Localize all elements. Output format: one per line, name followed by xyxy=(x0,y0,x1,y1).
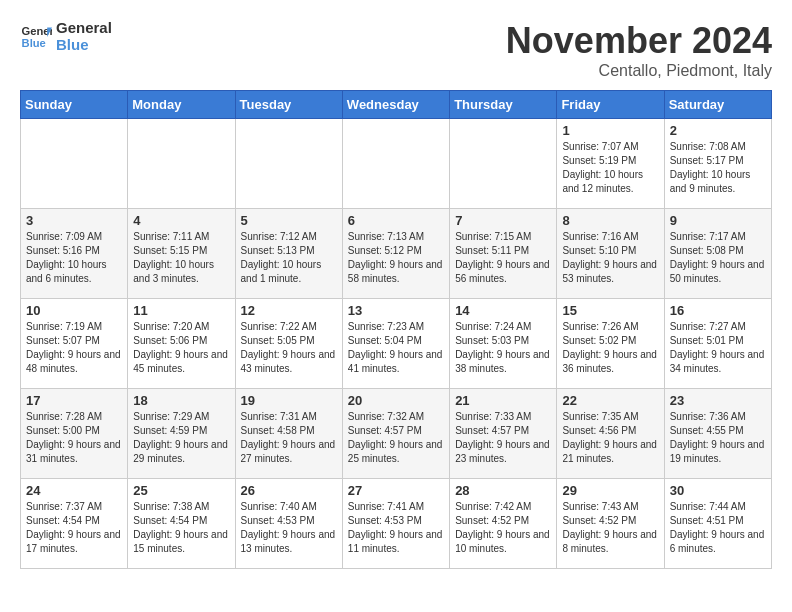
day-info: Sunrise: 7:33 AMSunset: 4:57 PMDaylight:… xyxy=(455,410,551,466)
table-row: 27Sunrise: 7:41 AMSunset: 4:53 PMDayligh… xyxy=(342,479,449,569)
table-row: 12Sunrise: 7:22 AMSunset: 5:05 PMDayligh… xyxy=(235,299,342,389)
location-subtitle: Centallo, Piedmont, Italy xyxy=(506,62,772,80)
table-row: 11Sunrise: 7:20 AMSunset: 5:06 PMDayligh… xyxy=(128,299,235,389)
day-number: 7 xyxy=(455,213,551,228)
header-sunday: Sunday xyxy=(21,91,128,119)
table-row: 10Sunrise: 7:19 AMSunset: 5:07 PMDayligh… xyxy=(21,299,128,389)
day-number: 13 xyxy=(348,303,444,318)
day-number: 6 xyxy=(348,213,444,228)
table-row: 7Sunrise: 7:15 AMSunset: 5:11 PMDaylight… xyxy=(450,209,557,299)
table-row: 3Sunrise: 7:09 AMSunset: 5:16 PMDaylight… xyxy=(21,209,128,299)
day-number: 25 xyxy=(133,483,229,498)
day-info: Sunrise: 7:36 AMSunset: 4:55 PMDaylight:… xyxy=(670,410,766,466)
day-info: Sunrise: 7:15 AMSunset: 5:11 PMDaylight:… xyxy=(455,230,551,286)
day-info: Sunrise: 7:27 AMSunset: 5:01 PMDaylight:… xyxy=(670,320,766,376)
calendar-week-row: 1Sunrise: 7:07 AMSunset: 5:19 PMDaylight… xyxy=(21,119,772,209)
day-info: Sunrise: 7:11 AMSunset: 5:15 PMDaylight:… xyxy=(133,230,229,286)
table-row: 14Sunrise: 7:24 AMSunset: 5:03 PMDayligh… xyxy=(450,299,557,389)
day-info: Sunrise: 7:29 AMSunset: 4:59 PMDaylight:… xyxy=(133,410,229,466)
table-row: 24Sunrise: 7:37 AMSunset: 4:54 PMDayligh… xyxy=(21,479,128,569)
day-number: 1 xyxy=(562,123,658,138)
day-number: 8 xyxy=(562,213,658,228)
day-number: 21 xyxy=(455,393,551,408)
day-number: 3 xyxy=(26,213,122,228)
calendar-week-row: 3Sunrise: 7:09 AMSunset: 5:16 PMDaylight… xyxy=(21,209,772,299)
table-row xyxy=(21,119,128,209)
day-number: 16 xyxy=(670,303,766,318)
day-info: Sunrise: 7:32 AMSunset: 4:57 PMDaylight:… xyxy=(348,410,444,466)
table-row: 28Sunrise: 7:42 AMSunset: 4:52 PMDayligh… xyxy=(450,479,557,569)
header-tuesday: Tuesday xyxy=(235,91,342,119)
header-wednesday: Wednesday xyxy=(342,91,449,119)
table-row: 20Sunrise: 7:32 AMSunset: 4:57 PMDayligh… xyxy=(342,389,449,479)
table-row: 8Sunrise: 7:16 AMSunset: 5:10 PMDaylight… xyxy=(557,209,664,299)
calendar-header-row: Sunday Monday Tuesday Wednesday Thursday… xyxy=(21,91,772,119)
day-info: Sunrise: 7:38 AMSunset: 4:54 PMDaylight:… xyxy=(133,500,229,556)
svg-text:Blue: Blue xyxy=(22,36,46,48)
logo: General Blue General Blue xyxy=(20,20,112,53)
day-info: Sunrise: 7:28 AMSunset: 5:00 PMDaylight:… xyxy=(26,410,122,466)
month-title: November 2024 xyxy=(506,20,772,62)
day-number: 5 xyxy=(241,213,337,228)
day-info: Sunrise: 7:24 AMSunset: 5:03 PMDaylight:… xyxy=(455,320,551,376)
table-row xyxy=(342,119,449,209)
table-row: 1Sunrise: 7:07 AMSunset: 5:19 PMDaylight… xyxy=(557,119,664,209)
day-number: 20 xyxy=(348,393,444,408)
day-info: Sunrise: 7:42 AMSunset: 4:52 PMDaylight:… xyxy=(455,500,551,556)
table-row xyxy=(128,119,235,209)
day-info: Sunrise: 7:40 AMSunset: 4:53 PMDaylight:… xyxy=(241,500,337,556)
calendar-week-row: 24Sunrise: 7:37 AMSunset: 4:54 PMDayligh… xyxy=(21,479,772,569)
table-row: 21Sunrise: 7:33 AMSunset: 4:57 PMDayligh… xyxy=(450,389,557,479)
table-row: 2Sunrise: 7:08 AMSunset: 5:17 PMDaylight… xyxy=(664,119,771,209)
header-monday: Monday xyxy=(128,91,235,119)
day-info: Sunrise: 7:13 AMSunset: 5:12 PMDaylight:… xyxy=(348,230,444,286)
table-row: 17Sunrise: 7:28 AMSunset: 5:00 PMDayligh… xyxy=(21,389,128,479)
day-number: 22 xyxy=(562,393,658,408)
day-info: Sunrise: 7:35 AMSunset: 4:56 PMDaylight:… xyxy=(562,410,658,466)
day-number: 29 xyxy=(562,483,658,498)
day-number: 28 xyxy=(455,483,551,498)
day-info: Sunrise: 7:12 AMSunset: 5:13 PMDaylight:… xyxy=(241,230,337,286)
table-row: 19Sunrise: 7:31 AMSunset: 4:58 PMDayligh… xyxy=(235,389,342,479)
table-row: 16Sunrise: 7:27 AMSunset: 5:01 PMDayligh… xyxy=(664,299,771,389)
day-number: 9 xyxy=(670,213,766,228)
day-info: Sunrise: 7:19 AMSunset: 5:07 PMDaylight:… xyxy=(26,320,122,376)
table-row: 29Sunrise: 7:43 AMSunset: 4:52 PMDayligh… xyxy=(557,479,664,569)
day-info: Sunrise: 7:16 AMSunset: 5:10 PMDaylight:… xyxy=(562,230,658,286)
table-row: 22Sunrise: 7:35 AMSunset: 4:56 PMDayligh… xyxy=(557,389,664,479)
table-row: 9Sunrise: 7:17 AMSunset: 5:08 PMDaylight… xyxy=(664,209,771,299)
day-number: 26 xyxy=(241,483,337,498)
table-row: 15Sunrise: 7:26 AMSunset: 5:02 PMDayligh… xyxy=(557,299,664,389)
calendar-table: Sunday Monday Tuesday Wednesday Thursday… xyxy=(20,90,772,569)
day-number: 11 xyxy=(133,303,229,318)
day-info: Sunrise: 7:23 AMSunset: 5:04 PMDaylight:… xyxy=(348,320,444,376)
table-row: 6Sunrise: 7:13 AMSunset: 5:12 PMDaylight… xyxy=(342,209,449,299)
table-row xyxy=(450,119,557,209)
day-info: Sunrise: 7:44 AMSunset: 4:51 PMDaylight:… xyxy=(670,500,766,556)
day-info: Sunrise: 7:26 AMSunset: 5:02 PMDaylight:… xyxy=(562,320,658,376)
day-info: Sunrise: 7:22 AMSunset: 5:05 PMDaylight:… xyxy=(241,320,337,376)
day-number: 27 xyxy=(348,483,444,498)
table-row: 18Sunrise: 7:29 AMSunset: 4:59 PMDayligh… xyxy=(128,389,235,479)
day-number: 2 xyxy=(670,123,766,138)
table-row: 25Sunrise: 7:38 AMSunset: 4:54 PMDayligh… xyxy=(128,479,235,569)
day-number: 30 xyxy=(670,483,766,498)
header-friday: Friday xyxy=(557,91,664,119)
logo-blue: Blue xyxy=(56,37,112,54)
table-row: 26Sunrise: 7:40 AMSunset: 4:53 PMDayligh… xyxy=(235,479,342,569)
page-header: General Blue General Blue November 2024 … xyxy=(20,20,772,80)
calendar-week-row: 10Sunrise: 7:19 AMSunset: 5:07 PMDayligh… xyxy=(21,299,772,389)
day-number: 17 xyxy=(26,393,122,408)
day-info: Sunrise: 7:20 AMSunset: 5:06 PMDaylight:… xyxy=(133,320,229,376)
calendar-week-row: 17Sunrise: 7:28 AMSunset: 5:00 PMDayligh… xyxy=(21,389,772,479)
table-row: 4Sunrise: 7:11 AMSunset: 5:15 PMDaylight… xyxy=(128,209,235,299)
table-row xyxy=(235,119,342,209)
day-number: 19 xyxy=(241,393,337,408)
day-info: Sunrise: 7:09 AMSunset: 5:16 PMDaylight:… xyxy=(26,230,122,286)
title-section: November 2024 Centallo, Piedmont, Italy xyxy=(506,20,772,80)
day-number: 24 xyxy=(26,483,122,498)
day-info: Sunrise: 7:07 AMSunset: 5:19 PMDaylight:… xyxy=(562,140,658,196)
table-row: 23Sunrise: 7:36 AMSunset: 4:55 PMDayligh… xyxy=(664,389,771,479)
header-thursday: Thursday xyxy=(450,91,557,119)
table-row: 30Sunrise: 7:44 AMSunset: 4:51 PMDayligh… xyxy=(664,479,771,569)
